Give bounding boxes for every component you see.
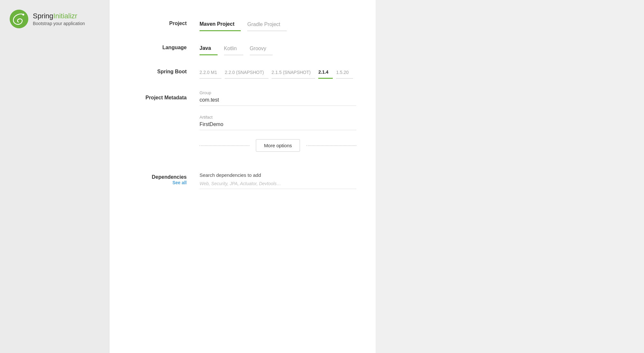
tab-gradle[interactable]: Gradle Project: [247, 19, 286, 31]
dotted-line-right: [306, 145, 356, 146]
deps-search-label[interactable]: Search dependencies to add: [200, 172, 356, 178]
artifact-label: Artifact: [200, 115, 356, 120]
tab-215snap[interactable]: 2.1.5 (SNAPSHOT): [272, 67, 315, 79]
artifact-value[interactable]: FirstDemo: [200, 122, 356, 130]
logo-text-area: SpringInitializr Bootstrap your applicat…: [33, 12, 85, 26]
svg-point-1: [23, 14, 24, 16]
see-all-link[interactable]: See all: [129, 180, 187, 185]
dependencies-content: Search dependencies to add Web, Security…: [200, 172, 356, 189]
language-row: Language Java Kotlin Groovy: [129, 37, 356, 61]
spring-boot-label: Spring Boot: [129, 67, 200, 75]
title-black: Spring: [33, 12, 53, 20]
main-content: Project Maven Project Gradle Project Lan…: [109, 0, 376, 353]
metadata-label: Project Metadata: [129, 90, 200, 101]
tab-kotlin[interactable]: Kotlin: [224, 43, 243, 55]
language-tabs-container: Java Kotlin Groovy: [200, 43, 356, 55]
tab-maven[interactable]: Maven Project: [200, 19, 241, 31]
title-green: Initializr: [53, 12, 78, 20]
group-value[interactable]: com.test: [200, 97, 356, 106]
more-options-row: More options: [200, 139, 356, 152]
tab-220m1[interactable]: 2.2.0 M1: [200, 67, 221, 79]
dependencies-label: Dependencies See all: [129, 172, 200, 185]
spring-logo-icon: [10, 10, 28, 28]
more-options-button[interactable]: More options: [256, 139, 300, 152]
tab-220snap[interactable]: 2.2.0 (SNAPSHOT): [225, 67, 268, 79]
project-tabs-container: Maven Project Gradle Project: [200, 19, 356, 31]
logo-area: SpringInitializr Bootstrap your applicat…: [10, 10, 99, 28]
deps-placeholder: Web, Security, JPA, Actuator, Devtools…: [200, 181, 356, 189]
project-label: Project: [129, 19, 200, 26]
dependencies-row: Dependencies See all Search dependencies…: [129, 167, 356, 195]
spring-boot-row: Spring Boot 2.2.0 M1 2.2.0 (SNAPSHOT) 2.…: [129, 61, 356, 85]
tab-groovy[interactable]: Groovy: [250, 43, 273, 55]
spring-boot-tabs-container: 2.2.0 M1 2.2.0 (SNAPSHOT) 2.1.5 (SNAPSHO…: [200, 67, 356, 79]
dependencies-label-text: Dependencies: [129, 174, 187, 180]
tab-java[interactable]: Java: [200, 43, 218, 55]
app-subtitle: Bootstrap your application: [33, 21, 85, 26]
language-label: Language: [129, 43, 200, 50]
dotted-line-left: [200, 145, 249, 146]
project-row: Project Maven Project Gradle Project: [129, 13, 356, 37]
artifact-field: Artifact FirstDemo: [200, 115, 356, 130]
group-label: Group: [200, 90, 356, 95]
sidebar: SpringInitializr Bootstrap your applicat…: [0, 0, 109, 353]
metadata-row: Project Metadata Group com.test Artifact…: [129, 85, 356, 167]
app-title: SpringInitializr: [33, 12, 85, 20]
tab-214[interactable]: 2.1.4: [318, 67, 333, 79]
tab-1520[interactable]: 1.5.20: [336, 67, 353, 79]
group-field: Group com.test: [200, 90, 356, 106]
metadata-fields: Group com.test Artifact FirstDemo More o…: [200, 90, 356, 161]
